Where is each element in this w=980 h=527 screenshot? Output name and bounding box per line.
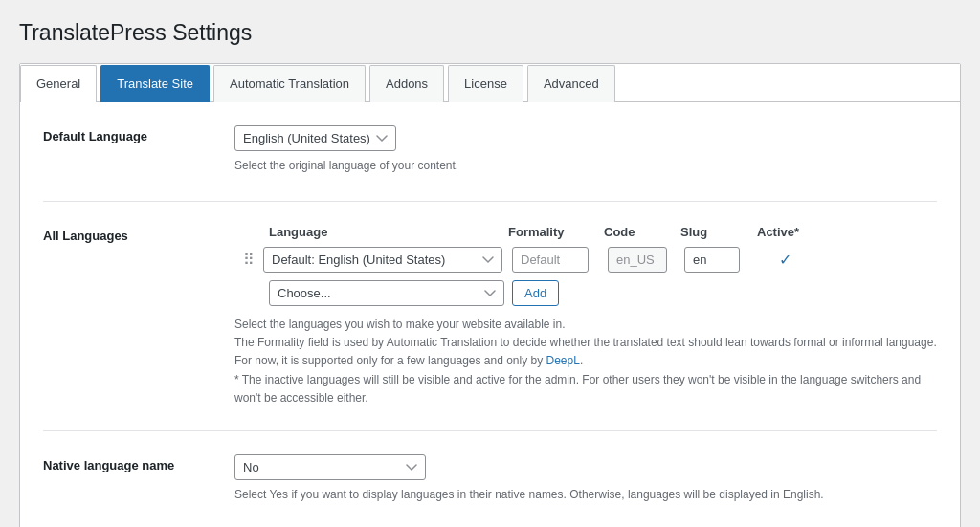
- tab-addons[interactable]: Addons: [369, 65, 444, 102]
- choose-language-wrap: Choose...: [269, 280, 504, 306]
- default-language-hint: Select the original language of your con…: [234, 157, 937, 174]
- slug-input-wrap: [684, 247, 751, 273]
- tab-advanced[interactable]: Advanced: [527, 65, 615, 102]
- tab-translate-site[interactable]: Translate Site: [100, 65, 210, 102]
- divider-2: [43, 430, 937, 431]
- native-language-select[interactable]: No Yes: [234, 454, 426, 480]
- page-title: TranslatePress Settings: [19, 19, 961, 48]
- settings-content: Default Language English (United States)…: [20, 102, 960, 527]
- tab-general[interactable]: General: [20, 65, 97, 102]
- language-select[interactable]: Default: English (United States): [263, 247, 502, 273]
- check-icon: ✓: [779, 251, 791, 269]
- native-language-content: No Yes Select Yes if you want to display…: [234, 454, 937, 503]
- hint-line-3: * The inactive languages will still be v…: [234, 373, 921, 405]
- all-languages-section: All Languages Language Formality Code Sl…: [43, 225, 937, 407]
- settings-card: General Translate Site Automatic Transla…: [19, 63, 961, 527]
- native-language-label: Native language name: [43, 454, 234, 472]
- drag-handle-icon[interactable]: ⠿: [234, 251, 263, 269]
- all-languages-content: Language Formality Code Slug Active* ⠿ D…: [234, 225, 937, 407]
- col-header-slug: Slug: [680, 225, 757, 239]
- col-header-language: Language: [269, 225, 508, 239]
- slug-input[interactable]: [684, 247, 740, 273]
- tabs-bar: General Translate Site Automatic Transla…: [20, 64, 960, 102]
- col-header-active: Active*: [757, 225, 814, 239]
- divider-1: [43, 201, 937, 202]
- default-language-section: Default Language English (United States)…: [43, 125, 937, 174]
- col-header-formality: Formality: [508, 225, 604, 239]
- code-input: [608, 247, 667, 273]
- table-row: ⠿ Default: English (United States): [234, 247, 937, 273]
- formality-input-wrap: [512, 247, 598, 273]
- formality-input[interactable]: [512, 247, 589, 273]
- hint-line-2-prefix: The Formality field is used by Automatic…: [234, 336, 937, 367]
- languages-hint-block: Select the languages you wish to make yo…: [234, 316, 937, 407]
- hint-line-1: Select the languages you wish to make yo…: [234, 318, 566, 331]
- code-input-wrap: [608, 247, 675, 273]
- languages-table-header: Language Formality Code Slug Active*: [234, 225, 937, 239]
- tab-automatic-translation[interactable]: Automatic Translation: [213, 65, 366, 102]
- add-language-button[interactable]: Add: [512, 280, 559, 306]
- col-header-code: Code: [604, 225, 680, 239]
- add-language-row: Choose... Add: [269, 280, 937, 306]
- deepl-link[interactable]: DeepL: [546, 354, 580, 367]
- native-language-hint: Select Yes if you want to display langua…: [234, 486, 937, 503]
- native-language-section: Native language name No Yes Select Yes i…: [43, 454, 937, 503]
- default-language-label: Default Language: [43, 125, 234, 143]
- language-select-wrap: Default: English (United States): [263, 247, 502, 273]
- tab-license[interactable]: License: [448, 65, 523, 102]
- default-language-select[interactable]: English (United States) French German Sp…: [234, 125, 396, 151]
- choose-language-select[interactable]: Choose...: [269, 280, 504, 306]
- active-checkmark: ✓: [761, 251, 809, 269]
- all-languages-label: All Languages: [43, 225, 234, 243]
- default-language-content: English (United States) French German Sp…: [234, 125, 937, 174]
